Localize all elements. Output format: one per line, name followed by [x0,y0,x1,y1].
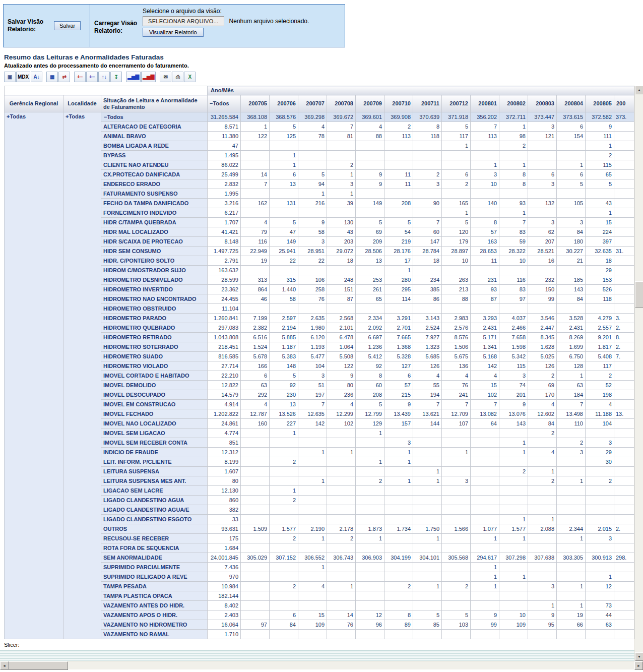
row-header[interactable]: OUTROS [101,524,208,534]
row-header[interactable]: SUPRIMIDO RELIGADO A REVE [101,572,208,582]
row-header[interactable]: HIDR. C/PONTEIRO SOLTO [101,256,208,266]
row-header[interactable]: ENDERECO ERRADO [101,179,208,189]
year-month-field-header[interactable]: Ano/Mês [208,86,634,95]
row-header[interactable]: HIDROMETRO RETIRADO [101,333,208,342]
row-header[interactable]: IMOVEL DEMOLIDO [101,381,208,390]
row-header[interactable]: IMOVEL SEM LIGACAO [101,429,208,438]
column-header-month[interactable]: 200705 [241,95,270,112]
vertical-scroll-thumb[interactable] [635,281,643,308]
copy-icon[interactable]: ▣ [4,72,16,82]
excel-export-icon[interactable]: X [184,72,196,82]
row-header[interactable]: −Todos [101,112,208,122]
column-header-month[interactable]: 200801 [471,95,499,112]
row-header[interactable]: BOMBA LIGADA A REDE [101,141,208,151]
row-header[interactable]: SUPRIMIDO PARCIALMENTE [101,563,208,572]
vertical-scrollbar[interactable]: ▲ ▼ [634,86,643,661]
row-header[interactable]: HIDR S/CAIXA DE PROTECAO [101,237,208,247]
row-header[interactable]: LEITURA SUSPENSA [101,467,208,476]
row-header[interactable]: HIDROMETRO INVERTIDO [101,285,208,294]
scroll-up-icon[interactable]: ▲ [635,86,643,94]
expand-details-icon[interactable]: +− [74,72,86,82]
move-field-icon[interactable]: ⇄ [58,72,70,82]
row-header[interactable]: HIDROMETRO OBSTRUIDO [101,304,208,314]
print-icon[interactable]: ⎙ [172,72,183,82]
column-header-todos[interactable]: −Todos [208,95,241,112]
horizontal-scroll-thumb[interactable] [9,661,68,670]
export-icon[interactable]: ✉ [160,72,171,82]
row-header[interactable]: IMOVEL FECHADO [101,409,208,419]
mdx-button[interactable]: MDX [16,72,30,82]
gerencia-regional-cell[interactable]: +Todas [5,112,63,639]
row-header[interactable]: SEM ANORMALIDADE [101,553,208,563]
field-header-gerencia-regional[interactable]: Gerência Regional [5,95,63,112]
column-header-month[interactable]: 200708 [327,95,356,112]
row-header[interactable]: TAMPA PLASTICA OPACA [101,591,208,601]
column-header-month[interactable]: 200803 [528,95,557,112]
row-header[interactable]: LEITURA SUSPENSA MES ANT. [101,476,208,486]
row-header[interactable]: HIDROMETRO DESNIVELADO [101,275,208,285]
sort-toggle-icon[interactable]: ↑↓ [98,72,110,82]
row-header[interactable]: FECHO DA TAMPA DANIFICADO [101,199,208,208]
row-header[interactable]: FATURAMENTO SUSPENSO [101,189,208,199]
row-header[interactable]: HIDR C/TAMPA QUEBRADA [101,218,208,227]
row-header[interactable]: ROTA FORA DE SEQUENCIA [101,543,208,553]
column-header-month[interactable]: 200 [614,95,634,112]
row-header[interactable]: IMOVEL EM CONSTRUCAO [101,400,208,409]
row-header[interactable]: FORNECIMENTO INDEVIDO [101,208,208,218]
column-header-month[interactable]: 200710 [384,95,413,112]
row-header[interactable]: IMOVEL NAO LOCALIZADO [101,419,208,429]
row-header[interactable]: VAZAMENTO NO RAMAL [101,630,208,639]
row-header[interactable]: HIDROMETRO SOTERRADO [101,342,208,352]
row-header[interactable]: HIDR SEM CONSUMO [101,247,208,256]
column-header-month[interactable]: 200707 [298,95,327,112]
column-header-month[interactable]: 200802 [499,95,528,112]
row-header[interactable]: ALTERACAO DE CATEGORIA [101,122,208,132]
row-header[interactable]: HIDROMETRO NAO ENCONTRADO [101,294,208,304]
row-header[interactable]: LIGADO CLANDESTINO ESGOTO [101,515,208,524]
row-header[interactable]: HIDROMETRO PARADO [101,314,208,323]
row-header[interactable]: LEIT. INFORM. P/CLIENTE [101,457,208,467]
field-header-localidade[interactable]: Localidade [63,95,101,112]
row-header[interactable]: IMOVEL SEM RECEBER CONTA [101,438,208,448]
horizontal-scrollbar[interactable]: ◄ ► [0,661,643,669]
column-header-month[interactable]: 200711 [413,95,442,112]
column-header-month[interactable]: 200804 [557,95,586,112]
row-header[interactable]: VAZAMENTO APOS O HIDR. [101,610,208,620]
row-header[interactable]: CLIENTE NAO ATENDEU [101,160,208,170]
row-header[interactable]: VAZAMENTO NO HIDROMETRO [101,620,208,630]
collapse-field-icon[interactable]: ↧ [110,72,122,82]
row-header[interactable]: VAZAMENTO ANTES DO HIDR. [101,601,208,610]
scroll-left-icon[interactable]: ◄ [0,661,9,670]
view-report-button[interactable]: Visualizar Relatorio [143,28,204,37]
row-header[interactable]: BYPASS [101,151,208,160]
select-file-button[interactable]: SELECIONAR ARQUIVO... [143,16,224,26]
row-header[interactable]: LIGADO CLANDESTINO AGUA/E [101,505,208,515]
row-header[interactable]: HIDR MAL LOCALIZADO [101,227,208,237]
row-header[interactable]: CX.PROTECAO DANIFICADA [101,170,208,179]
row-header[interactable]: HIDROMETRO QUEBRADO [101,323,208,333]
sort-az-icon[interactable]: A↓ [31,72,42,82]
scroll-down-icon[interactable]: ▼ [635,652,643,661]
field-header-situacao[interactable]: Situação de Leitura e Anormalidade de Fa… [101,95,208,112]
column-header-month[interactable]: 200805 [586,95,614,112]
hide-details-icon[interactable]: +− [86,72,98,82]
row-header[interactable]: LIGADO CLANDESTINO AGUA [101,496,208,505]
row-header[interactable]: RECUSOU-SE RECEBER [101,534,208,543]
column-header-month[interactable]: 200712 [442,95,471,112]
row-header[interactable]: LIGACAO SEM LACRE [101,486,208,496]
column-header-month[interactable]: 200709 [356,95,384,112]
bar-chart-icon[interactable]: ▂▅▇ [126,72,141,82]
row-header[interactable]: HIDROM C/MOSTRADOR SUJO [101,266,208,275]
row-header[interactable]: ANIMAL BRAVO [101,132,208,141]
row-header[interactable]: HIDROMETRO VIOLADO [101,361,208,371]
autofilter-icon[interactable]: ▦ [46,72,58,82]
column-header-month[interactable]: 200706 [270,95,298,112]
row-header[interactable]: IMOVEL DESOCUPADO [101,390,208,400]
row-header[interactable]: TAMPA PESADA [101,582,208,591]
localidade-cell[interactable]: +Todas [63,112,101,639]
column-chart-icon[interactable]: ▂▅▇ [141,72,156,82]
row-header[interactable]: HIDROMETRO SUADO [101,352,208,361]
save-button[interactable]: Salvar [54,21,81,30]
scroll-right-icon[interactable]: ► [634,661,643,670]
row-header[interactable]: INDICIO DE FRAUDE [101,448,208,457]
